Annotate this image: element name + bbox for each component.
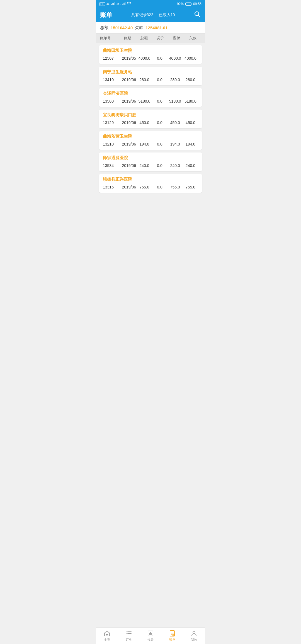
card-adjust: 0.0: [152, 163, 168, 168]
svg-rect-0: [111, 4, 112, 5]
debt-value: 1254081.01: [145, 25, 168, 30]
time-display: 09:56: [193, 2, 202, 6]
card-bill-no: 13534: [103, 163, 121, 168]
signal-4g-2: 4G: [116, 2, 121, 6]
card-bill-no: 13500: [103, 99, 121, 103]
svg-rect-6: [124, 3, 125, 5]
col-header-bill-no: 账单号: [100, 36, 120, 41]
card-data-row-3: 13129 2019/06 450.0 0.0 450.0 450.0: [103, 120, 198, 125]
card-period: 2019/06: [121, 185, 137, 189]
chart-icon: [147, 630, 154, 637]
nav-item-orders[interactable]: 订单: [118, 628, 140, 644]
card-debt: 240.0: [183, 163, 198, 168]
card-data-row-2: 13500 2019/06 5180.0 0.0 5180.0 5180.0: [103, 99, 198, 103]
card-debt: 755.0: [183, 185, 198, 189]
battery-percentage: 92%: [177, 2, 184, 6]
nav-label-bills: 账单: [169, 638, 175, 642]
card-total: 240.0: [137, 163, 152, 168]
nav-label-mine: 我的: [191, 638, 197, 642]
card-name-5: 师宗通源医院: [103, 155, 198, 161]
signal-4g-1: 4G: [106, 2, 110, 6]
bottom-nav: 主页 订单 报表 账单 我的: [96, 627, 205, 644]
card-adjust: 0.0: [152, 142, 168, 146]
card-name-6: 镇雄县正兴医院: [103, 177, 198, 182]
card-data-row-1: 13410 2019/06 280.0 0.0 280.0 280.0: [103, 78, 198, 82]
nav-item-mine[interactable]: 我的: [183, 628, 205, 644]
total-label: 总额: [100, 25, 108, 30]
svg-point-27: [193, 631, 195, 633]
svg-rect-3: [115, 2, 115, 5]
card-data-row-4: 13210 2019/06 194.0 0.0 194.0 194.0: [103, 142, 198, 146]
col-header-period: 账期: [120, 36, 136, 41]
status-right-icons: 92% 09:56: [177, 2, 202, 6]
card-data-row-6: 13316 2019/06 755.0 0.0 755.0 755.0: [103, 185, 198, 189]
card-bill-no: 13210: [103, 142, 121, 146]
card-payable: 194.0: [168, 142, 183, 146]
card-total: 194.0: [137, 142, 152, 146]
user-icon: [191, 630, 197, 637]
card-debt: 280.0: [183, 78, 198, 82]
table-row[interactable]: 镇雄县正兴医院 13316 2019/06 755.0 0.0 755.0 75…: [99, 174, 202, 193]
card-period: 2019/06: [121, 142, 137, 146]
table-row[interactable]: 宜良狗街康贝口腔 13129 2019/06 450.0 0.0 450.0 4…: [99, 110, 202, 128]
card-adjust: 0.0: [152, 99, 168, 103]
card-name-3: 宜良狗街康贝口腔: [103, 112, 198, 118]
nav-item-reports[interactable]: 报表: [140, 628, 161, 644]
loaded-count: 已载入10: [159, 13, 175, 18]
nav-item-home[interactable]: 主页: [96, 628, 118, 644]
card-payable: 4000.0: [168, 56, 183, 60]
nav-label-home: 主页: [104, 638, 110, 642]
card-payable: 280.0: [168, 78, 183, 82]
card-total: 5180.0: [137, 99, 152, 103]
card-payable: 755.0: [168, 185, 183, 189]
card-period: 2019/05: [121, 56, 137, 60]
signal-bars-1: [111, 2, 115, 6]
wifi-icon: [127, 2, 131, 6]
card-period: 2019/06: [121, 120, 137, 125]
table-row[interactable]: 南宁卫生服务站 13410 2019/06 280.0 0.0 280.0 28…: [99, 67, 202, 85]
nav-item-bills[interactable]: 账单: [161, 628, 183, 644]
card-debt: 450.0: [183, 120, 198, 125]
col-header-debt: 欠款: [185, 36, 201, 41]
card-debt: 194.0: [183, 142, 198, 146]
card-adjust: 0.0: [152, 185, 168, 189]
card-name-2: 会泽同济医院: [103, 91, 198, 96]
summary-bar: 总额 1501642.40 欠款 1254081.01: [96, 22, 205, 33]
bill-icon: [169, 630, 176, 637]
card-adjust: 0.0: [152, 78, 168, 82]
col-header-total: 总额: [136, 36, 152, 41]
card-debt: 5180.0: [183, 99, 198, 103]
table-row[interactable]: 曲靖茨营卫生院 13210 2019/06 194.0 0.0 194.0 19…: [99, 131, 202, 150]
card-payable: 240.0: [168, 163, 183, 168]
list-icon: [125, 630, 132, 637]
header-info: 共有记录322 已载入10: [112, 13, 194, 18]
hd-icon: HD: [99, 2, 105, 6]
card-data-row-0: 12507 2019/05 4000.0 0.0 4000.0 4000.0: [103, 56, 198, 60]
content-area: 曲靖田坝卫生院 12507 2019/05 4000.0 0.0 4000.0 …: [96, 43, 205, 215]
total-value: 1501642.40: [111, 25, 133, 30]
card-name-1: 南宁卫生服务站: [103, 69, 198, 75]
table-row[interactable]: 师宗通源医院 13534 2019/06 240.0 0.0 240.0 240…: [99, 152, 202, 171]
table-header: 账单号 账期 总额 调价 应付 欠款: [96, 33, 205, 43]
table-row[interactable]: 曲靖田坝卫生院 12507 2019/05 4000.0 0.0 4000.0 …: [99, 45, 202, 64]
debt-label: 欠款: [135, 25, 143, 30]
record-count: 共有记录322: [131, 13, 153, 18]
card-name-0: 曲靖田坝卫生院: [103, 48, 198, 53]
header: 账单 共有记录322 已载入10: [96, 8, 205, 22]
search-button[interactable]: [194, 11, 201, 20]
svg-rect-4: [122, 4, 123, 5]
card-total: 4000.0: [137, 56, 152, 60]
home-icon: [104, 630, 110, 637]
page-title: 账单: [100, 11, 112, 19]
card-adjust: 0.0: [152, 120, 168, 125]
col-header-payable: 应付: [168, 36, 185, 41]
card-bill-no: 13129: [103, 120, 121, 125]
card-adjust: 0.0: [152, 56, 168, 60]
card-debt: 4000.0: [183, 56, 198, 60]
svg-line-9: [198, 15, 200, 17]
svg-rect-5: [123, 3, 123, 5]
svg-rect-1: [113, 3, 113, 5]
card-bill-no: 12507: [103, 56, 121, 60]
table-row[interactable]: 会泽同济医院 13500 2019/06 5180.0 0.0 5180.0 5…: [99, 88, 202, 107]
card-period: 2019/06: [121, 163, 137, 168]
